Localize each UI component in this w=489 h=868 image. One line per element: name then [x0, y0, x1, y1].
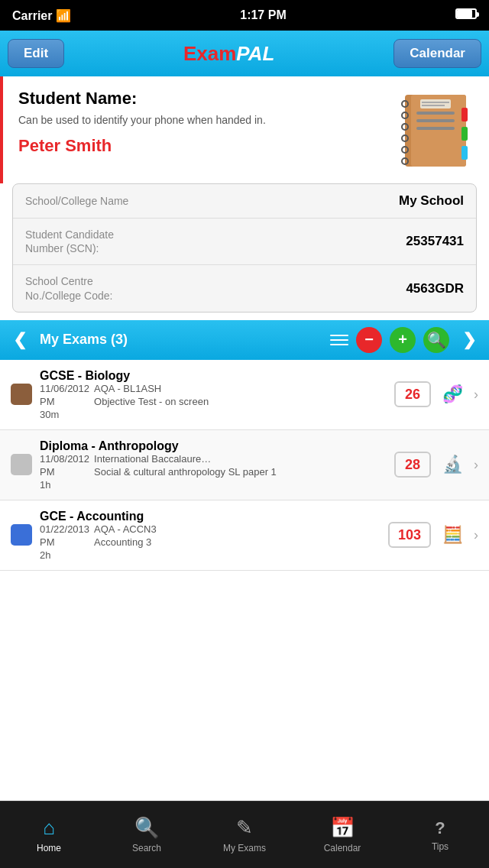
- exam-item[interactable]: GCSE - Biology 11/06/2012 PM 30m AQA - B…: [0, 360, 489, 430]
- carrier-text: Carrier: [12, 9, 52, 22]
- exam-desc: Accounting 3: [94, 536, 157, 548]
- search-exam-button[interactable]: 🔍: [423, 327, 449, 353]
- student-info: Student Name: Can be used to identify yo…: [18, 89, 390, 156]
- biology-icon: 🧬: [439, 381, 466, 408]
- nav-bar: Edit ExamPAL Calendar: [0, 31, 489, 76]
- student-name-value: Peter Smith: [18, 136, 390, 156]
- app-title-pal: PAL: [236, 42, 274, 65]
- exam-title: Diploma - Anthropology: [40, 439, 387, 453]
- tab-home[interactable]: ⌂ Home: [0, 816, 98, 853]
- home-icon: ⌂: [43, 816, 55, 840]
- tab-search-label: Search: [132, 843, 161, 853]
- exam-code: International Baccalaure…: [94, 453, 277, 465]
- exam-date: 11/06/2012: [40, 383, 89, 394]
- tab-calendar[interactable]: 📅 Calendar: [293, 816, 391, 853]
- svg-rect-16: [422, 105, 445, 106]
- exam-days-badge: 28: [394, 452, 431, 478]
- exam-time: PM: [40, 536, 89, 548]
- add-exam-button[interactable]: +: [390, 327, 416, 353]
- exams-bar-title: My Exams (3): [40, 332, 322, 348]
- exam-item[interactable]: GCE - Accounting 01/22/2013 PM 2h AQA - …: [0, 500, 489, 571]
- info-row-centre: School Centre No./College Code: 4563GDR: [13, 265, 476, 311]
- wifi-icon: 📶: [56, 9, 71, 22]
- centre-value: 4563GDR: [406, 281, 464, 296]
- svg-rect-4: [416, 127, 455, 130]
- svg-rect-7: [461, 146, 468, 160]
- student-section: Student Name: Can be used to identify yo…: [0, 76, 489, 183]
- student-name-label: Student Name:: [18, 89, 390, 108]
- exam-duration: 2h: [40, 549, 89, 561]
- myexams-icon: ✎: [236, 816, 253, 840]
- svg-rect-5: [461, 108, 468, 121]
- exam-chevron-icon: ›: [474, 457, 478, 473]
- exam-days-badge: 103: [388, 522, 431, 548]
- exam-date: 11/08/2012: [40, 453, 89, 465]
- app-title-exam: Exam: [183, 42, 236, 65]
- tips-icon: ?: [435, 818, 445, 838]
- remove-exam-button[interactable]: −: [356, 327, 382, 353]
- tab-home-label: Home: [37, 843, 61, 853]
- svg-rect-15: [422, 102, 449, 103]
- centre-label: School Centre No./College Code:: [25, 274, 147, 302]
- exam-days-badge: 26: [394, 381, 431, 407]
- exam-desc: Objective Test - on screen: [94, 396, 209, 407]
- exam-desc: Social & cultural anthropology SL paper …: [94, 466, 277, 478]
- scn-value: 25357431: [406, 234, 464, 249]
- exam-duration: 1h: [40, 479, 89, 491]
- tab-tips-label: Tips: [432, 841, 449, 852]
- exam-chevron-icon: ›: [474, 527, 478, 543]
- tab-search[interactable]: 🔍 Search: [98, 816, 196, 853]
- exam-color-icon: [11, 524, 32, 546]
- hamburger-menu-icon[interactable]: [330, 335, 348, 345]
- calendar-tab-icon: 📅: [330, 816, 355, 840]
- svg-rect-2: [416, 112, 455, 115]
- info-table: School/College Name My School Student Ca…: [12, 183, 477, 313]
- status-time: 1:17 PM: [240, 8, 286, 22]
- exams-bar: ❮ My Exams (3) − + 🔍 ❯: [0, 320, 489, 360]
- exam-code: AQA - ACCN3: [94, 523, 157, 535]
- edit-button[interactable]: Edit: [8, 39, 64, 68]
- exam-time: PM: [40, 466, 89, 478]
- school-label: School/College Name: [25, 194, 128, 208]
- exam-item[interactable]: Diploma - Anthropology 11/08/2012 PM 1h …: [0, 430, 489, 500]
- accounting-icon: 🧮: [439, 521, 466, 549]
- prev-exam-button[interactable]: ❮: [8, 328, 32, 352]
- tab-myexams-label: My Exams: [223, 843, 266, 853]
- exam-info: GCE - Accounting 01/22/2013 PM 2h AQA - …: [40, 510, 381, 561]
- exam-color-icon: [11, 454, 32, 475]
- anthropology-icon: 🔬: [439, 451, 466, 478]
- battery-icon: [455, 8, 477, 22]
- svg-rect-14: [420, 99, 451, 108]
- student-description: Can be used to identify your phone when …: [18, 113, 390, 128]
- tab-myexams[interactable]: ✎ My Exams: [196, 816, 293, 853]
- tab-tips[interactable]: ? Tips: [391, 818, 489, 852]
- exam-duration: 30m: [40, 409, 89, 420]
- search-icon: 🔍: [134, 816, 159, 840]
- calendar-button[interactable]: Calendar: [393, 39, 481, 68]
- exam-color-icon: [11, 384, 32, 405]
- exam-info: GCSE - Biology 11/06/2012 PM 30m AQA - B…: [40, 369, 387, 420]
- svg-rect-3: [416, 119, 455, 122]
- notebook-icon: [397, 89, 474, 173]
- scn-label: Student Candidate Number (SCN):: [25, 228, 147, 255]
- exam-chevron-icon: ›: [474, 387, 478, 403]
- svg-rect-6: [461, 127, 468, 141]
- exam-title: GCSE - Biology: [40, 369, 387, 383]
- tab-calendar-label: Calendar: [324, 843, 361, 853]
- exam-time: PM: [40, 396, 89, 407]
- info-row-school: School/College Name My School: [13, 184, 476, 219]
- tab-bar: ⌂ Home 🔍 Search ✎ My Exams 📅 Calendar ? …: [0, 801, 489, 868]
- next-exam-button[interactable]: ❯: [457, 328, 481, 352]
- app-title: ExamPAL: [183, 42, 274, 66]
- exam-title: GCE - Accounting: [40, 510, 381, 523]
- status-bar: Carrier 📶 1:17 PM: [0, 0, 489, 31]
- exam-date: 01/22/2013: [40, 523, 89, 535]
- exam-code: AQA - BL1ASH: [94, 383, 209, 394]
- school-value: My School: [399, 193, 464, 209]
- info-row-scn: Student Candidate Number (SCN): 25357431: [13, 219, 476, 265]
- exam-info: Diploma - Anthropology 11/08/2012 PM 1h …: [40, 439, 387, 491]
- exam-list: GCSE - Biology 11/06/2012 PM 30m AQA - B…: [0, 360, 489, 571]
- carrier-wifi: Carrier 📶: [12, 8, 71, 23]
